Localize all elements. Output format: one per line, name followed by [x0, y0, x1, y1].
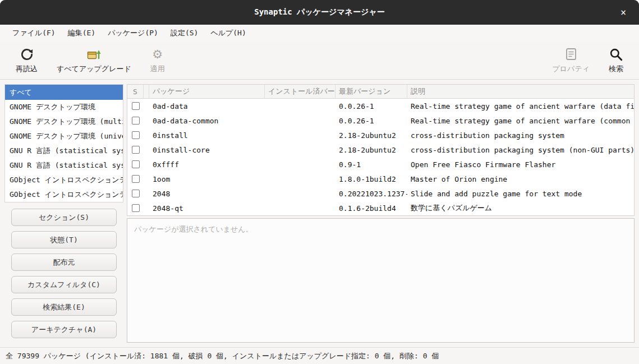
filter-sidebar: すべて GNOME デスクトップ環境GNOME デスクトップ環境 (multiG…	[4, 84, 123, 343]
package-description: Real-time strategy game of ancient warfa…	[407, 117, 634, 125]
filter-item[interactable]: GObject イントロスペクションテ	[5, 173, 123, 187]
filter-item[interactable]: GNOME デスクトップ環境	[5, 100, 123, 114]
package-name: 2048	[149, 190, 265, 198]
properties-icon	[564, 47, 578, 62]
filter-button[interactable]: セクション(S)	[11, 209, 117, 226]
filter-button[interactable]: カスタムフィルタ(C)	[11, 276, 117, 293]
search-icon	[609, 47, 623, 62]
package-header: Sパッケージインストール済バージ最新バージョン説明	[127, 85, 634, 99]
filter-item[interactable]: GNU R 言語 (statistical syst	[5, 158, 123, 173]
menu-item[interactable]: ヘルプ(H)	[205, 26, 251, 40]
package-checkbox[interactable]	[132, 117, 140, 125]
package-description: Real-time strategy game of ancient warfa…	[407, 102, 634, 110]
table-row[interactable]: 0xffff 0.9-1 Open Free Fiasco Firmware F…	[127, 157, 634, 172]
package-description: Master of Orion engine	[407, 175, 634, 183]
package-rows: 0ad-data 0.0.26-1 Real-time strategy gam…	[127, 99, 634, 215]
window-title: Synaptic パッケージマネージャー	[254, 7, 384, 17]
properties-label: プロパティ	[552, 64, 590, 74]
search-button[interactable]: 検索	[602, 45, 630, 76]
package-name: 0xffff	[149, 160, 265, 169]
table-row[interactable]: 0install 2.18-2ubuntu2 cross-distributio…	[127, 128, 634, 142]
package-name: 2048-qt	[149, 204, 265, 213]
package-description: cross-distribution packaging system	[407, 131, 634, 140]
latest-version: 1.8.0-1build2	[335, 175, 407, 183]
package-checkbox[interactable]	[132, 146, 140, 154]
column-header[interactable]: インストール済バージ	[265, 85, 335, 98]
package-description: Slide and add puzzle game for text mode	[407, 190, 634, 198]
package-checkbox[interactable]	[132, 204, 140, 212]
filter-button[interactable]: 状態(T)	[11, 231, 117, 248]
column-header[interactable]	[144, 85, 149, 98]
column-header[interactable]: 説明	[407, 85, 634, 98]
column-header[interactable]: パッケージ	[149, 85, 265, 98]
filter-item[interactable]: GNOME デスクトップ環境 (unive	[5, 129, 123, 144]
properties-button[interactable]: プロパティ	[545, 45, 596, 76]
statusbar: 全 79399 パッケージ (インストール済: 1881 個, 破損 0 個, …	[0, 347, 639, 364]
upgrade-all-icon	[86, 47, 102, 62]
column-header[interactable]: 最新バージョン	[335, 85, 407, 98]
package-name: 0install-core	[149, 146, 265, 154]
latest-version: 0.9-1	[335, 160, 407, 169]
package-checkbox[interactable]	[132, 190, 140, 197]
latest-version: 2.18-2ubuntu2	[335, 131, 407, 140]
filter-button[interactable]: 配布元	[11, 254, 117, 271]
apply-gear-icon: ⚙	[152, 47, 163, 62]
synaptic-window: Synaptic パッケージマネージャー × ファイル(F)編集(E)パッケージ…	[0, 0, 639, 364]
table-row[interactable]: 0ad-data-common 0.0.26-1 Real-time strat…	[127, 113, 634, 128]
filter-item-selected[interactable]: すべて	[5, 85, 123, 100]
menu-item[interactable]: ファイル(F)	[7, 26, 61, 40]
statusbar-summary: 全 79399 パッケージ (インストール済: 1881 個, 破損 0 個, …	[6, 351, 439, 361]
status-cell	[127, 102, 144, 110]
filter-button[interactable]: 検索結果(E)	[11, 298, 117, 316]
apply-button[interactable]: ⚙ 適用	[144, 45, 172, 76]
menu-item[interactable]: 編集(E)	[62, 26, 101, 40]
upgrade-all-button[interactable]: すべてアップグレード	[50, 45, 138, 76]
no-selection-message: パッケージが選択されていません。	[134, 225, 253, 233]
package-name: 0ad-data-common	[149, 117, 265, 125]
menu-item[interactable]: 設定(S)	[165, 26, 204, 40]
close-button[interactable]: ×	[615, 4, 631, 20]
search-label: 検索	[609, 64, 623, 74]
status-cell	[127, 204, 144, 212]
latest-version: 0.1.6-2build4	[335, 204, 407, 213]
package-description: 数学に基くパズルゲーム	[407, 203, 634, 213]
package-checkbox[interactable]	[132, 102, 140, 110]
latest-version: 0.0.26-1	[335, 102, 407, 110]
latest-version: 0.0.26-1	[335, 117, 407, 125]
column-header[interactable]: S	[127, 85, 144, 98]
filter-list: すべて GNOME デスクトップ環境GNOME デスクトップ環境 (multiG…	[4, 84, 123, 202]
status-cell	[127, 131, 144, 139]
filter-buttons: セクション(S)状態(T)配布元カスタムフィルタ(C)検索結果(E)アーキテクチ…	[4, 202, 123, 338]
filter-item[interactable]: GNU R 言語 (statistical syst	[5, 144, 123, 158]
package-name: 0ad-data	[149, 102, 265, 110]
filter-item[interactable]: GNOME デスクトップ環境 (multi	[5, 114, 123, 129]
table-row[interactable]: 0install-core 2.18-2ubuntu2 cross-distri…	[127, 142, 634, 157]
apply-label: 適用	[150, 64, 165, 74]
status-cell	[127, 175, 144, 183]
content-area: すべて GNOME デスクトップ環境GNOME デスクトップ環境 (multiG…	[0, 80, 639, 347]
latest-version: 2.18-2ubuntu2	[335, 146, 407, 154]
table-row[interactable]: 1oom 1.8.0-1build2 Master of Orion engin…	[127, 172, 634, 186]
package-checkbox[interactable]	[132, 131, 140, 139]
upgrade-all-label: すべてアップグレード	[57, 64, 131, 74]
titlebar[interactable]: Synaptic パッケージマネージャー ×	[0, 0, 639, 25]
package-description: cross-distribution packaging system (non…	[407, 146, 634, 154]
menubar: ファイル(F)編集(E)パッケージ(P)設定(S)ヘルプ(H)	[0, 25, 639, 42]
package-description: Open Free Fiasco Firmware Flasher	[407, 160, 634, 169]
package-checkbox[interactable]	[132, 175, 140, 183]
table-row[interactable]: 2048 0.20221023.1237-1 Slide and add puz…	[127, 186, 634, 201]
status-cell	[127, 160, 144, 168]
table-row[interactable]: 2048-qt 0.1.6-2build4 数学に基くパズルゲーム	[127, 201, 634, 215]
package-name: 0install	[149, 131, 265, 140]
status-cell	[127, 190, 144, 197]
package-area: Sパッケージインストール済バージ最新バージョン説明 0ad-data 0.0.2…	[127, 84, 635, 343]
package-checkbox[interactable]	[132, 160, 140, 168]
table-row[interactable]: 0ad-data 0.0.26-1 Real-time strategy gam…	[127, 99, 634, 113]
filter-item[interactable]: GObject イントロスペクションテ	[5, 187, 123, 202]
package-name: 1oom	[149, 175, 265, 183]
menu-item[interactable]: パッケージ(P)	[102, 26, 164, 40]
filter-button[interactable]: アーキテクチャ(A)	[11, 321, 117, 338]
detail-pane: パッケージが選択されていません。	[127, 218, 635, 343]
toolbar: 再読込 すべてアップグレード ⚙ 適用	[0, 42, 639, 80]
reload-button[interactable]: 再読込	[9, 45, 44, 76]
